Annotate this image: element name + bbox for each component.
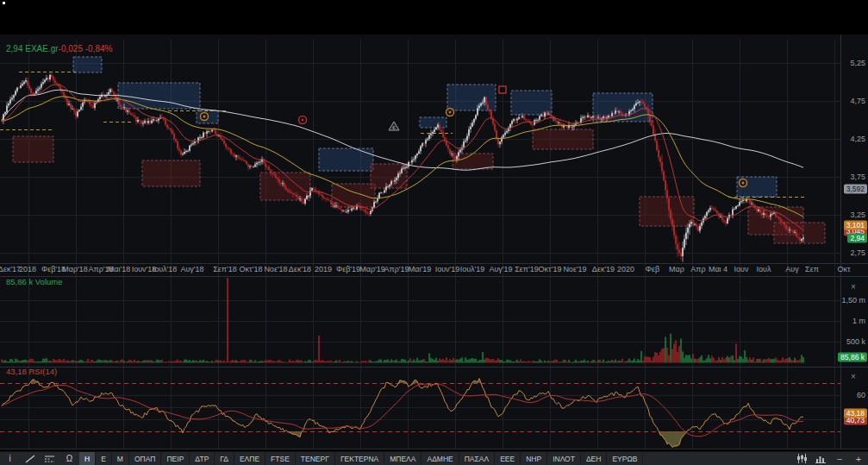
price-axis-label: 4,25 xyxy=(850,135,865,143)
time-axis-label: Ιουλ xyxy=(757,263,771,276)
price-axis-badge: 3,592 xyxy=(844,185,867,194)
time-axis-label: Νοε'18 xyxy=(264,263,287,276)
time-axis-label: Μαρ xyxy=(669,263,684,276)
price-axis-label: 3,75 xyxy=(850,173,865,181)
last-price: 2,94 xyxy=(6,44,22,53)
ticker-tab-νηρ[interactable]: ΝΗΡ xyxy=(521,452,547,465)
ticker-tab-ftse[interactable]: FTSE xyxy=(265,452,296,465)
ticker-tab-γδ[interactable]: ΓΔ xyxy=(215,452,234,465)
price-axis-badge: 2,94 xyxy=(847,234,867,243)
time-axis-label: 2020 xyxy=(617,263,634,276)
time-axis-label: Μαρ'19 xyxy=(359,263,385,276)
price-axis[interactable]: 5,254,754,253,753,252,751,50 m1 m500 k60… xyxy=(840,35,868,451)
time-axis-label: 2018 xyxy=(19,263,36,276)
volume-axis-label: 1,50 m xyxy=(841,296,865,305)
time-axis-label: Ιουλ'18 xyxy=(153,263,178,276)
rsi-axis-badge: 43,18 xyxy=(844,409,867,418)
ticker-tab-τενεργ[interactable]: ΤΕΝΕΡΓ xyxy=(296,452,335,465)
toolbar-spacer xyxy=(643,452,792,465)
info-icon[interactable]: i xyxy=(0,452,20,465)
time-axis-label: Δεκ'18 xyxy=(289,263,311,276)
ticker-tab-ε[interactable]: Ε xyxy=(96,452,112,465)
ticker-tab-δτρ[interactable]: ΔΤΡ xyxy=(190,452,215,465)
zoom-out-button[interactable]: − xyxy=(830,452,849,465)
omega-icon[interactable]: Ω xyxy=(59,452,79,465)
rsi-value: 43,18 xyxy=(6,367,27,376)
time-axis-label: Φεβ xyxy=(646,263,659,276)
volume-axis-badge: 85,86 k xyxy=(838,353,867,362)
ticker-tab-μ[interactable]: Μ xyxy=(112,452,129,465)
time-axis-label: Μαι'18 xyxy=(108,263,130,276)
price-axis-label: 4,75 xyxy=(850,97,865,105)
time-axis-label: Δεκ'17 xyxy=(0,263,21,276)
ticker-tab-ευρωβ[interactable]: ΕΥΡΩΒ xyxy=(607,452,643,465)
rsi-title: RSI(14) xyxy=(28,367,57,376)
volume-title: Volume xyxy=(35,277,63,286)
time-axis-label: Αυγ xyxy=(785,263,798,276)
rsi-axis-label: 60 xyxy=(857,391,865,399)
ticker-tab-ελπε[interactable]: ΕΛΠΕ xyxy=(234,452,265,465)
volume-axis-label: 1 m xyxy=(852,317,865,325)
time-axis-label: Ιουλ'19 xyxy=(460,263,485,276)
price-axis-badge: 3,101 xyxy=(844,221,867,230)
volume-pane-label[interactable]: 85,86 k Volume xyxy=(6,277,63,286)
time-axis-label: Απρ'19 xyxy=(384,263,409,276)
ticker-tab-πασαλ[interactable]: ΠΑΣΑΛ xyxy=(459,452,495,465)
ticker-tab-δεη[interactable]: ΔΕΗ xyxy=(581,452,608,465)
price-change-pct: -0,84% xyxy=(85,44,113,53)
ticker-tab-η[interactable]: Η xyxy=(79,452,96,465)
ticker-tab-γεκτερνα[interactable]: ΓΕΚΤΕΡΝΑ xyxy=(335,452,384,465)
chart-canvas[interactable]: € xyxy=(0,0,868,465)
ticker-tab-εεε[interactable]: ΕΕΕ xyxy=(495,452,521,465)
time-axis-label: Μαρ'18 xyxy=(62,263,88,276)
time-axis[interactable]: Δεκ'172018Φεβ'18Μαρ'18Απρ'18Μαι'18Ιουν'1… xyxy=(0,263,840,276)
volume-axis-label: 500 k xyxy=(846,337,865,346)
time-axis-label: Σεπ xyxy=(805,263,819,276)
time-axis-label: Σεπ'18 xyxy=(213,263,237,276)
time-axis-label: Μαι 4 xyxy=(709,263,727,276)
price-axis-label: 2,75 xyxy=(850,248,865,257)
bar-chart-icon[interactable] xyxy=(811,452,830,465)
price-change: -0,025 xyxy=(59,44,83,53)
price-axis-label: 5,25 xyxy=(850,59,865,67)
symbol-name: EXAE.gr xyxy=(25,44,58,53)
ticker-tab-πειρ[interactable]: ΠΕΙΡ xyxy=(161,452,190,465)
symbol-legend[interactable]: 2,94 EXAE.gr-0,025 -0,84% xyxy=(6,44,112,53)
time-axis-label: Οκτ xyxy=(837,263,850,276)
bottom-toolbar: iΩΗΕΜΟΠΑΠΠΕΙΡΔΤΡΓΔΕΛΠΕFTSEΤΕΝΕΡΓΓΕΚΤΕΡΝΑ… xyxy=(0,451,868,465)
rsi-pane-label[interactable]: 43,18 RSI(14) xyxy=(6,367,57,376)
time-axis-label: Αυγ'18 xyxy=(180,263,203,276)
time-axis-label: Οκτ'18 xyxy=(240,263,263,276)
trendline-icon[interactable] xyxy=(20,452,40,465)
time-axis-label: 2019 xyxy=(315,263,332,276)
ticker-tab-αδμηε[interactable]: ΑΔΜΗΕ xyxy=(422,452,459,465)
candlestick-chart-icon[interactable] xyxy=(792,452,811,465)
time-axis-label: Απρ xyxy=(690,263,705,276)
time-axis-label: Φεβ'19 xyxy=(336,263,360,276)
time-axis-label: Σεπ'19 xyxy=(515,263,539,276)
ticker-tab-οπαπ[interactable]: ΟΠΑΠ xyxy=(129,452,162,465)
time-axis-label: Αυγ'19 xyxy=(489,263,512,276)
volume-value: 85,86 k xyxy=(6,277,33,286)
trading-app-window: € 2,94 EXAE.gr-0,025 -0,84% 85,86 k Volu… xyxy=(0,0,868,465)
ticker-tab-ινλοτ[interactable]: ΙΝΛΟΤ xyxy=(547,452,581,465)
time-axis-label: Δεκ'19 xyxy=(592,263,615,276)
time-axis-label: Ιουν'19 xyxy=(435,263,460,276)
ticker-tab-μπελα[interactable]: ΜΠΕΛΑ xyxy=(384,452,422,465)
watchlist-icon[interactable] xyxy=(40,452,59,465)
time-axis-label: Μαι'19 xyxy=(409,263,431,276)
price-axis-label: 3,25 xyxy=(850,211,865,219)
zoom-in-button[interactable]: + xyxy=(849,452,868,465)
time-axis-label: Ιουν xyxy=(734,263,749,276)
time-axis-label: Νοε'19 xyxy=(563,263,586,276)
time-axis-label: Οκτ'19 xyxy=(539,263,562,276)
